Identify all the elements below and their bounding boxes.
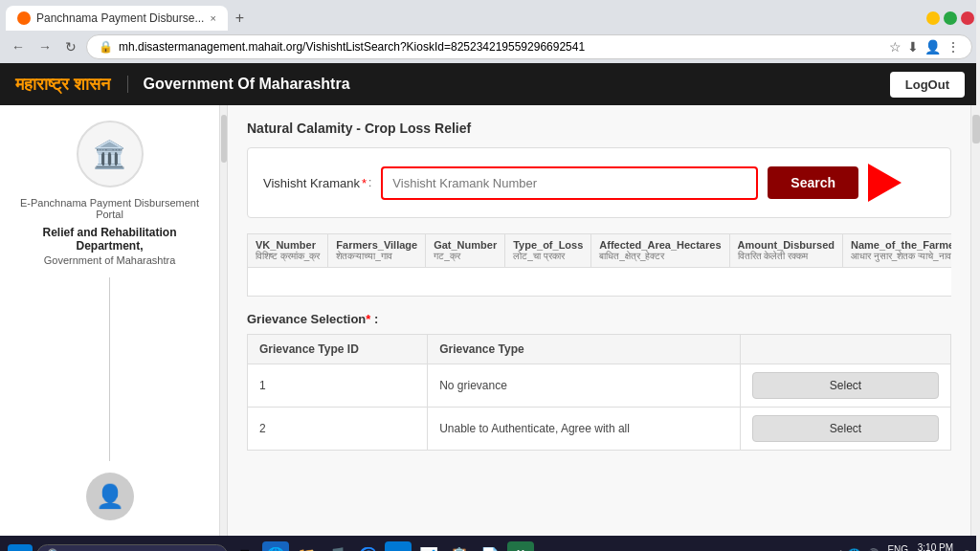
sidebar-divider — [109, 277, 110, 461]
logo-area: महाराष्ट्र शासन Government Of Maharashtr… — [15, 75, 350, 95]
kramank-input[interactable] — [381, 166, 758, 200]
task-view-icon[interactable]: ⧉ — [232, 541, 258, 551]
arrow-icon — [868, 164, 935, 202]
col-farmers-village: Farmers_Villageशेतकऱ्याच्या_गाव — [328, 234, 426, 268]
sidebar-scroll-track[interactable] — [220, 105, 228, 536]
logout-button[interactable]: LogOut — [890, 72, 965, 98]
url-input[interactable] — [119, 40, 889, 54]
required-star: * — [362, 176, 367, 190]
new-tab-button[interactable]: + — [228, 6, 252, 31]
arrow-hint — [868, 164, 935, 202]
col-amount-disbursed: Amount_Disbursedवितरित केलेती रक्कम — [729, 234, 842, 268]
grievance-col-type: Grievance Type — [428, 335, 741, 364]
sidebar-emblem: 🏛️ — [77, 121, 144, 187]
tab-favicon — [17, 11, 31, 25]
app-icon-1[interactable]: 🎵 — [323, 541, 350, 551]
grievance-id-1: 1 — [248, 364, 428, 408]
grievance-section: Grievance Selection* : Grievance Type ID… — [247, 312, 951, 451]
reload-button[interactable]: ↻ — [61, 37, 80, 56]
govt-title: Government Of Maharashtra — [127, 76, 350, 93]
app-icon-6[interactable]: 📄 — [477, 541, 503, 551]
app-icon-3[interactable]: e — [385, 541, 412, 551]
address-bar[interactable]: 🔒 ☆ ⬇ 👤 ⋮ — [86, 34, 972, 59]
grievance-action-1: Select — [741, 364, 951, 408]
grievance-col-action — [741, 335, 951, 364]
col-type-loss: Type_of_Lossलोट_चा प्रकार — [505, 234, 591, 268]
col-vk-number: VK_Numberविशिष्ट क्रमांक_क्र — [248, 234, 328, 268]
sidebar-dept-name: Relief and Rehabilitation Department, — [0, 226, 219, 253]
grievance-type-2: Unable to Authenticate, Agree with all — [428, 408, 741, 451]
explorer-icon[interactable]: 📁 — [293, 541, 320, 551]
download-icon[interactable]: ⬇ — [907, 39, 919, 55]
col-farmer-name: Name_of_the_Farmerआधार नुसार_शेतक ऱ्याचे… — [842, 234, 951, 268]
menu-icon[interactable]: ⋮ — [947, 39, 960, 55]
sidebar-scroll-thumb — [221, 115, 227, 163]
select-button-2[interactable]: Select — [752, 415, 939, 442]
kramank-input-wrap — [381, 166, 758, 200]
main-scroll-track[interactable] — [970, 105, 980, 536]
col-affected-area: Affected_Area_Hectaresबाधित_क्षेत्र_हेक्… — [591, 234, 729, 268]
search-box: Vishisht Kramank * : Search — [247, 147, 951, 218]
avatar-icon: 👤 — [96, 483, 124, 510]
taskbar-clock[interactable]: 3:10 PM 1/3/2025 — [916, 541, 953, 551]
tab-title: Panchnama Payment Disburse... — [36, 11, 204, 25]
emblem-image: 🏛️ — [93, 139, 126, 170]
maximize-button[interactable] — [944, 11, 957, 25]
active-tab[interactable]: Panchnama Payment Disburse... × — [6, 6, 228, 31]
edge-icon[interactable]: 🌐 — [262, 541, 289, 551]
taskbar-search-icon: 🔍 — [47, 548, 62, 552]
app-icon-2[interactable]: 🌀 — [354, 541, 381, 551]
col-gat-number: Gat_Numberगट_क्र — [426, 234, 505, 268]
table-header-row: VK_Numberविशिष्ट क्रमांक_क्र Farmers_Vil… — [248, 234, 952, 268]
search-row: Vishisht Kramank * : Search — [263, 164, 935, 202]
minimize-button[interactable] — [926, 11, 940, 25]
app-icon-7[interactable]: X — [507, 541, 534, 551]
app-header: महाराष्ट्र शासन Government Of Maharashtr… — [0, 63, 980, 105]
taskbar-icons: ⧉ 🌐 📁 🎵 🌀 e 📊 📋 📄 X — [232, 541, 534, 551]
search-button[interactable]: Search — [768, 166, 858, 199]
taskbar-search-box[interactable]: 🔍 — [36, 544, 228, 552]
tab-bar: Panchnama Payment Disburse... × + — [0, 0, 980, 31]
grievance-table-body: 1 No grievance Select 2 Unable to Authen… — [248, 364, 951, 451]
close-tab-button[interactable]: × — [210, 12, 215, 24]
grievance-section-title: Grievance Selection* : — [247, 312, 951, 326]
app-icon-5[interactable]: 📋 — [446, 541, 473, 551]
taskbar-right: ^ 🌐 🔊 ENG IN 3:10 PM 1/3/2025 💬 — [838, 541, 972, 551]
sidebar-avatar: 👤 — [86, 473, 134, 520]
grievance-action-2: Select — [741, 408, 951, 451]
data-table-wrap: VK_Numberविशिष्ट क्रमांक_क्र Farmers_Vil… — [247, 233, 951, 297]
sidebar-govt-label: Government of Maharashtra — [44, 254, 176, 266]
grievance-col-id: Grievance Type ID — [248, 335, 428, 364]
app-icon-4[interactable]: 📊 — [415, 541, 442, 551]
language-label: ENG — [887, 544, 908, 551]
table-body — [248, 268, 952, 297]
data-table: VK_Numberविशिष्ट क्रमांक_क्र Farmers_Vil… — [247, 233, 951, 297]
grievance-type-1: No grievance — [428, 364, 741, 408]
window-controls — [926, 11, 974, 25]
grievance-row-1: 1 No grievance Select — [248, 364, 951, 408]
address-bar-icons: ☆ ⬇ 👤 ⋮ — [889, 39, 960, 55]
lock-icon: 🔒 — [99, 40, 113, 54]
profile-icon[interactable]: 👤 — [924, 39, 941, 55]
clock-time: 3:10 PM — [916, 541, 953, 551]
grievance-id-2: 2 — [248, 408, 428, 451]
main-content: Natural Calamity - Crop Loss Relief Vish… — [228, 105, 970, 536]
kramank-label: Vishisht Kramank — [263, 176, 360, 190]
select-button-1[interactable]: Select — [752, 372, 939, 399]
field-label-wrap: Vishisht Kramank * : — [263, 176, 371, 190]
back-button[interactable]: ← — [8, 37, 29, 56]
main-scroll-thumb — [972, 115, 980, 143]
close-button[interactable] — [961, 11, 974, 25]
address-bar-row: ← → ↻ 🔒 ☆ ⬇ 👤 ⋮ — [0, 31, 980, 63]
browser-chrome: Panchnama Payment Disburse... × + ← → ↻ … — [0, 0, 980, 63]
forward-button[interactable]: → — [34, 37, 56, 56]
app-body: 🏛️ E-Panchnama Payment Disbursement Port… — [0, 105, 980, 536]
sidebar-portal-name: E-Panchnama Payment Disbursement Portal — [0, 197, 219, 220]
logo-text: महाराष्ट्र शासन — [15, 75, 110, 95]
colon: : — [368, 176, 371, 189]
start-button[interactable]: ⊞ — [8, 544, 33, 551]
sidebar: 🏛️ E-Panchnama Payment Disbursement Port… — [0, 105, 220, 536]
grievance-table: Grievance Type ID Grievance Type 1 No gr… — [247, 334, 951, 451]
star-icon[interactable]: ☆ — [889, 39, 902, 55]
grievance-row-2: 2 Unable to Authenticate, Agree with all… — [248, 408, 951, 451]
